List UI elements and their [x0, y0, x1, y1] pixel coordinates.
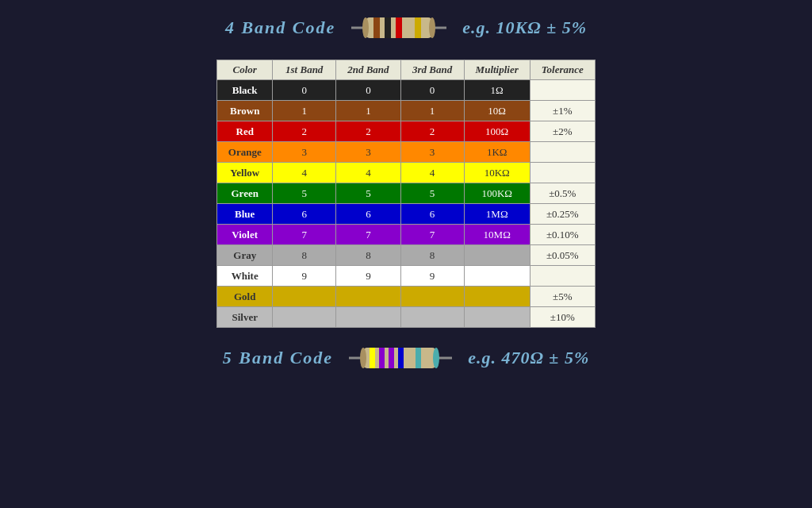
table-row: Black0001Ω [217, 80, 596, 101]
svg-point-17 [360, 348, 366, 368]
band2-cell [336, 287, 400, 307]
band3-cell: 6 [400, 204, 464, 225]
band1-cell: 7 [273, 225, 336, 245]
band2-cell: 0 [336, 80, 400, 101]
band1-cell: 2 [273, 121, 336, 142]
table-row: Blue6661MΩ±0.25% [217, 204, 596, 225]
band3-cell: 2 [400, 121, 464, 142]
svg-rect-14 [389, 348, 394, 368]
color-name-cell: Red [217, 121, 273, 142]
band5-example: e.g. 470Ω ± 5% [468, 348, 589, 368]
band1-cell [273, 287, 336, 307]
band2-cell: 8 [336, 245, 400, 266]
tolerance-cell [530, 266, 595, 287]
multiplier-cell: 10MΩ [464, 225, 530, 245]
multiplier-cell [464, 287, 530, 307]
band2-cell: 5 [336, 183, 400, 204]
tolerance-cell: ±0.5% [530, 183, 595, 204]
band3-cell: 4 [400, 163, 464, 183]
multiplier-cell: 100Ω [464, 121, 530, 142]
col-header-band1: 1st Band [273, 60, 336, 80]
band1-cell: 9 [273, 266, 336, 287]
color-name-cell: Orange [217, 142, 273, 163]
band3-cell: 8 [400, 245, 464, 266]
resistor-4band [351, 8, 446, 48]
svg-rect-3 [373, 17, 380, 38]
band2-cell: 3 [336, 142, 400, 163]
svg-point-7 [362, 17, 369, 38]
multiplier-cell: 1Ω [464, 80, 530, 101]
band5-label: 5 Band Code [223, 348, 333, 368]
svg-rect-12 [370, 348, 375, 368]
tolerance-cell: ±0.10% [530, 225, 595, 245]
col-header-multiplier: Multiplier [464, 60, 530, 80]
multiplier-cell [464, 245, 530, 266]
multiplier-cell: 10KΩ [464, 163, 530, 183]
color-name-cell: Black [217, 80, 273, 101]
band1-cell: 5 [273, 183, 336, 204]
color-name-cell: Gray [217, 245, 273, 266]
band2-cell: 4 [336, 163, 400, 183]
table-row: White999 [217, 266, 596, 287]
color-name-cell: Brown [217, 101, 273, 121]
color-name-cell: Silver [217, 307, 273, 328]
band4-label: 4 Band Code [225, 17, 335, 38]
color-name-cell: Gold [217, 287, 273, 307]
table-row: Orange3331KΩ [217, 142, 596, 163]
band2-cell: 2 [336, 121, 400, 142]
col-header-band2: 2nd Band [336, 60, 400, 80]
band3-cell: 5 [400, 183, 464, 204]
multiplier-cell [464, 266, 530, 287]
table-row: Brown11110Ω±1% [217, 101, 596, 121]
tolerance-cell: ±0.05% [530, 245, 595, 266]
band3-cell: 1 [400, 101, 464, 121]
color-code-table: Color 1st Band 2nd Band 3rd Band Multipl… [216, 60, 596, 328]
band4-example: e.g. 10KΩ ± 5% [462, 17, 587, 38]
band2-cell: 7 [336, 225, 400, 245]
tolerance-cell: ±10% [530, 307, 595, 328]
multiplier-cell: 1MΩ [464, 204, 530, 225]
band3-cell: 3 [400, 142, 464, 163]
band1-cell: 0 [273, 80, 336, 101]
band3-cell [400, 287, 464, 307]
tolerance-cell: ±0.25% [530, 204, 595, 225]
svg-point-8 [429, 17, 435, 38]
band2-cell: 6 [336, 204, 400, 225]
tolerance-cell: ±5% [530, 287, 595, 307]
multiplier-cell: 1KΩ [464, 142, 530, 163]
multiplier-cell: 10Ω [464, 101, 530, 121]
svg-rect-15 [398, 348, 404, 368]
table-header-row: Color 1st Band 2nd Band 3rd Band Multipl… [217, 60, 596, 80]
table-row: Violet77710MΩ±0.10% [217, 225, 596, 245]
band1-cell: 1 [273, 101, 336, 121]
band2-cell: 9 [336, 266, 400, 287]
color-name-cell: Yellow [217, 163, 273, 183]
svg-rect-4 [385, 17, 391, 38]
band3-cell [400, 307, 464, 328]
color-name-cell: Green [217, 183, 273, 204]
tolerance-cell [530, 163, 595, 183]
color-name-cell: Blue [217, 204, 273, 225]
col-header-band3: 3rd Band [400, 60, 464, 80]
band2-cell [336, 307, 400, 328]
svg-rect-5 [396, 17, 402, 38]
band3-cell: 9 [400, 266, 464, 287]
svg-rect-13 [379, 348, 385, 368]
table-row: Yellow44410KΩ [217, 163, 596, 183]
color-name-cell: Violet [217, 225, 273, 245]
footer-section: 5 Band Code e.g. 470Ω ± 5% [0, 338, 812, 378]
band1-cell [273, 307, 336, 328]
tolerance-cell [530, 142, 595, 163]
tolerance-cell [530, 80, 595, 101]
header-section: 4 Band Code e.g. 10KΩ ± 5% [0, 8, 812, 48]
col-header-tolerance: Tolerance [530, 60, 595, 80]
table-row: Red222100Ω±2% [217, 121, 596, 142]
multiplier-cell [464, 307, 530, 328]
table-row: Gray888±0.05% [217, 245, 596, 266]
svg-point-18 [433, 348, 439, 368]
table-row: Silver±10% [217, 307, 596, 328]
multiplier-cell: 100KΩ [464, 183, 530, 204]
band3-cell: 7 [400, 225, 464, 245]
band1-cell: 3 [273, 142, 336, 163]
band1-cell: 4 [273, 163, 336, 183]
